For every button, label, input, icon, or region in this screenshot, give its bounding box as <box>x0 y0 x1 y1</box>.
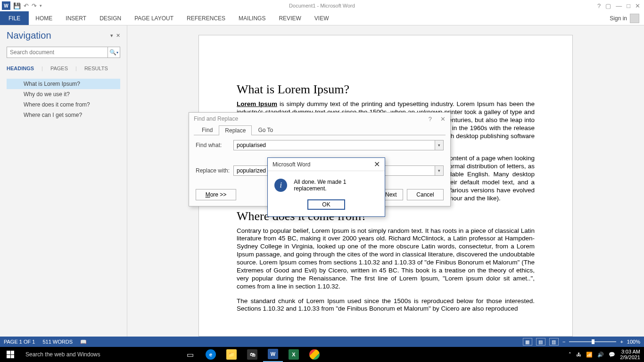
tray-volume-icon[interactable]: 🔊 <box>597 352 604 358</box>
app-store[interactable]: 🛍 <box>242 347 262 362</box>
fr-tab-find[interactable]: Find <box>196 125 219 135</box>
more-button[interactable]: MMore >>ore >> <box>196 189 236 200</box>
doc-paragraph: Contrary to popular belief, Lorem Ipsum … <box>237 227 535 291</box>
minimize-icon[interactable]: — <box>616 2 622 9</box>
tab-view[interactable]: VIEW <box>308 11 336 25</box>
save-icon[interactable]: 💾 <box>13 2 21 9</box>
app-chrome[interactable] <box>305 347 324 362</box>
nav-tab-results[interactable]: RESULTS <box>84 66 108 73</box>
tray-chevron-icon[interactable]: ˄ <box>569 352 571 358</box>
app-excel[interactable]: X <box>284 347 304 362</box>
status-words[interactable]: 511 WORDS <box>42 339 73 345</box>
tray-wifi-icon[interactable]: 📶 <box>586 352 593 358</box>
nav-search: 🔍 ▾ <box>7 47 120 58</box>
status-bar: PAGE 1 OF 1 511 WORDS 📖 ▦ ▤ ▥ − + 100% <box>0 337 644 347</box>
tab-file[interactable]: FILE <box>0 11 29 25</box>
nav-search-input[interactable] <box>7 47 107 58</box>
taskbar: Search the web and Windows ▭ e 📁 🛍 W X ˄… <box>0 347 644 362</box>
title-bar: W 💾 ↶ ↷ ▾ Document1 - Microsoft Word ? ▢… <box>0 0 644 11</box>
ribbon-tabs: FILE HOME INSERT DESIGN PAGE LAYOUT REFE… <box>0 11 644 25</box>
tab-design[interactable]: DESIGN <box>93 11 128 25</box>
find-what-label: Find what: <box>196 142 233 148</box>
nav-close-icon[interactable]: ✕ <box>116 33 120 39</box>
doc-paragraph: The standard chunk of Lorem Ipsum used s… <box>237 297 535 313</box>
heading-item[interactable]: Where does it come from? <box>7 99 120 110</box>
tray-network-icon[interactable]: 🖧 <box>576 352 581 357</box>
taskbar-search-placeholder: Search the web and Windows <box>25 351 100 358</box>
task-view-icon[interactable]: ▭ <box>180 347 200 362</box>
view-web-icon[interactable]: ▥ <box>549 338 559 346</box>
maximize-icon[interactable]: □ <box>627 2 630 9</box>
dialog-help-icon[interactable]: ? <box>429 115 432 123</box>
app-file-explorer[interactable]: 📁 <box>222 347 241 362</box>
tab-page-layout[interactable]: PAGE LAYOUT <box>128 11 180 25</box>
replace-dropdown-icon[interactable]: ▾ <box>435 165 444 176</box>
doc-heading-1: What is Lorem Ipsum? <box>237 82 535 97</box>
status-page[interactable]: PAGE 1 OF 1 <box>4 339 35 345</box>
nav-tab-pages[interactable]: PAGES <box>50 66 68 73</box>
dialog-close-icon[interactable]: ✕ <box>440 115 446 123</box>
qat-dropdown-icon[interactable]: ▾ <box>40 3 42 8</box>
zoom-level[interactable]: 100% <box>627 339 640 345</box>
tray-date: 2/9/2021 <box>620 354 640 360</box>
sign-in-label: Sign in <box>610 15 627 22</box>
start-button[interactable] <box>0 347 21 362</box>
zoom-in-icon[interactable]: + <box>620 339 623 345</box>
tab-mailings[interactable]: MAILINGS <box>232 11 272 25</box>
status-proofing-icon[interactable]: 📖 <box>80 339 87 345</box>
app-edge[interactable]: e <box>201 347 221 362</box>
help-icon[interactable]: ? <box>597 2 601 9</box>
taskbar-apps: ▭ e 📁 🛍 W X <box>176 347 324 362</box>
avatar-icon <box>630 14 639 23</box>
nav-search-button[interactable]: 🔍 ▾ <box>107 47 120 58</box>
replace-with-label: Replace with: <box>196 167 233 174</box>
quick-access-toolbar: W 💾 ↶ ↷ ▾ <box>0 1 42 10</box>
view-print-icon[interactable]: ▤ <box>536 338 545 346</box>
tray-clock[interactable]: 3:03 AM 2/9/2021 <box>620 349 640 360</box>
message-text: All done. We made 1 replacement. <box>294 179 378 192</box>
cancel-button[interactable]: Cancel <box>407 189 444 200</box>
app-word[interactable]: W <box>263 347 283 362</box>
nav-dropdown-icon[interactable]: ▾ <box>110 33 113 39</box>
tab-home[interactable]: HOME <box>29 11 59 25</box>
tab-insert[interactable]: INSERT <box>59 11 93 25</box>
navigation-pane: Navigation ▾ ✕ 🔍 ▾ HEADINGS | PAGES | RE… <box>0 25 127 337</box>
undo-icon[interactable]: ↶ <box>24 2 29 9</box>
nav-tab-headings[interactable]: HEADINGS <box>7 66 34 73</box>
word-app-icon: W <box>2 1 10 10</box>
message-title: Microsoft Word <box>272 161 310 168</box>
heading-item[interactable]: Why do we use it? <box>7 89 120 99</box>
find-dropdown-icon[interactable]: ▾ <box>435 140 444 150</box>
close-icon[interactable]: ✕ <box>635 2 640 9</box>
zoom-slider[interactable] <box>569 341 616 342</box>
system-tray: ˄ 🖧 📶 🔊 💬 3:03 AM 2/9/2021 <box>569 349 644 360</box>
tray-action-center-icon[interactable]: 💬 <box>609 352 615 358</box>
find-replace-title: Find and Replace <box>194 115 238 122</box>
document-title: Document1 - Microsoft Word <box>289 3 355 8</box>
headings-list: What is Lorem Ipsum? Why do we use it? W… <box>7 79 120 120</box>
nav-tabs: HEADINGS | PAGES | RESULTS <box>7 66 120 73</box>
fr-tab-goto[interactable]: Go To <box>252 125 279 135</box>
ribbon-display-icon[interactable]: ▢ <box>605 2 611 9</box>
tab-review[interactable]: REVIEW <box>272 11 307 25</box>
message-dialog: Microsoft Word ✕ i All done. We made 1 r… <box>267 157 385 217</box>
sign-in[interactable]: Sign in <box>610 11 644 25</box>
message-close-icon[interactable]: ✕ <box>374 160 380 169</box>
window-controls: ? ▢ — □ ✕ <box>597 2 644 9</box>
windows-icon <box>7 351 14 358</box>
zoom-out-icon[interactable]: − <box>562 339 565 345</box>
view-read-icon[interactable]: ▦ <box>523 338 532 346</box>
ok-button[interactable]: OK <box>307 199 345 210</box>
heading-item[interactable]: Where can I get some? <box>7 110 120 120</box>
tray-time: 3:03 AM <box>620 349 640 354</box>
heading-item[interactable]: What is Lorem Ipsum? <box>7 79 120 89</box>
fr-tab-replace[interactable]: Replace <box>219 125 252 135</box>
info-icon: i <box>274 179 287 192</box>
navigation-title: Navigation <box>7 30 51 41</box>
redo-icon[interactable]: ↷ <box>32 2 37 9</box>
taskbar-search[interactable]: Search the web and Windows <box>21 347 176 362</box>
find-what-input[interactable] <box>233 140 435 150</box>
tab-references[interactable]: REFERENCES <box>180 11 232 25</box>
